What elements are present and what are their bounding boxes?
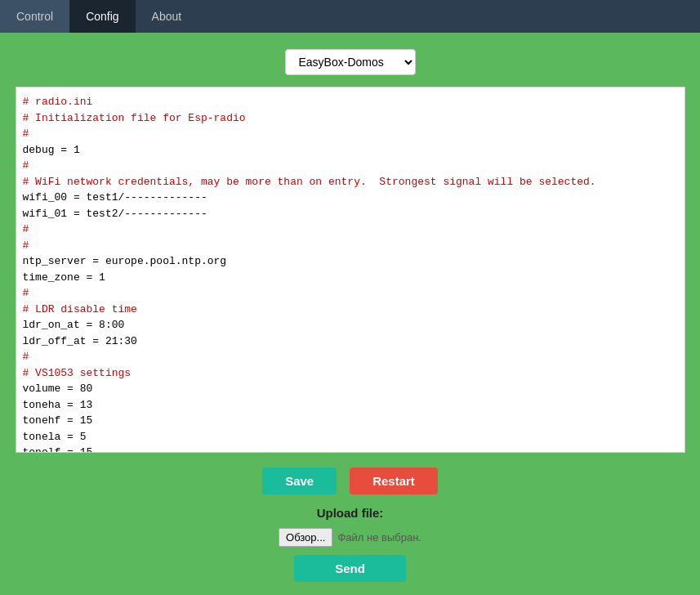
editor-container: # radio.ini # Initialization file for Es…	[16, 87, 685, 453]
code-line: wifi_00 = test1/-------------	[23, 190, 678, 206]
code-line: # WiFi network credentials, may be more …	[23, 174, 678, 190]
code-line: tonela = 5	[23, 429, 678, 445]
code-line: tonelf = 15	[23, 445, 678, 452]
code-line: time_zone = 1	[23, 270, 678, 286]
code-line: # VS1053 settings	[23, 365, 678, 382]
main-content: EasyBox-Domos # radio.ini # Initializati…	[0, 33, 700, 595]
save-button[interactable]: Save	[262, 468, 337, 494]
device-select-wrapper: EasyBox-Domos	[285, 49, 416, 75]
code-line: volume = 80	[23, 381, 678, 397]
device-select[interactable]: EasyBox-Domos	[285, 49, 416, 75]
code-line: debug = 1	[23, 142, 678, 159]
nav-item-config[interactable]: Config	[69, 0, 135, 33]
send-button[interactable]: Send	[294, 555, 406, 582]
code-line: ldr_off_at = 21:30	[23, 333, 678, 350]
restart-button[interactable]: Restart	[350, 468, 438, 494]
code-line: ntp_server = europe.pool.ntp.org	[23, 253, 678, 270]
code-line: wifi_01 = test2/-------------	[23, 206, 678, 222]
code-line: #	[23, 238, 678, 254]
code-line: #	[23, 158, 678, 174]
upload-label: Upload file:	[317, 506, 384, 520]
code-line: # LDR disable time	[23, 302, 678, 318]
code-line: # Initialization file for Esp-radio	[23, 110, 678, 127]
nav-item-about[interactable]: About	[136, 0, 198, 33]
file-input-row: Обзор... Файл не выбран.	[279, 528, 421, 547]
nav-item-control[interactable]: Control	[0, 0, 69, 33]
code-line: ldr_on_at = 8:00	[23, 317, 678, 333]
code-line: #	[23, 349, 678, 365]
file-name-display: Файл не выбран.	[337, 531, 421, 544]
code-line: # radio.ini	[23, 94, 678, 110]
code-line: #	[23, 285, 678, 302]
file-browse-button[interactable]: Обзор...	[279, 528, 332, 547]
action-buttons-row: Save Restart	[262, 468, 438, 494]
code-line: #	[23, 221, 678, 238]
upload-section: Upload file: Обзор... Файл не выбран. Se…	[279, 506, 421, 582]
navbar: ControlConfigAbout	[0, 0, 700, 33]
code-line: tonehf = 15	[23, 413, 678, 429]
code-line: toneha = 13	[23, 397, 678, 414]
code-editor[interactable]: # radio.ini # Initialization file for Es…	[16, 87, 684, 452]
code-line: #	[23, 126, 678, 142]
